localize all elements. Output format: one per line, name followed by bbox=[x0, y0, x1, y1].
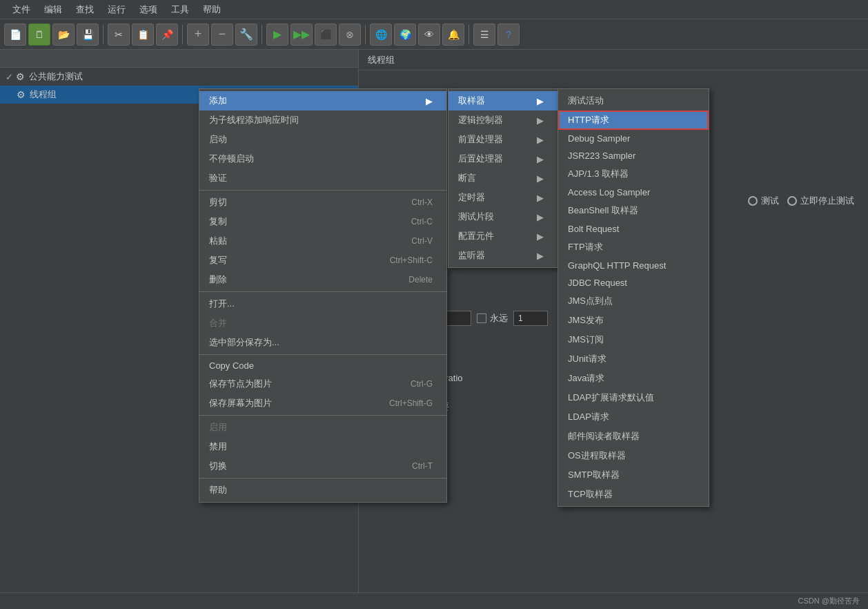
ctx-tcp-sampler[interactable]: TCP取样器 bbox=[558, 485, 709, 504]
menu-tools[interactable]: 工具 bbox=[164, 1, 196, 19]
ctx-jms-point[interactable]: JMS点到点 bbox=[558, 291, 709, 311]
ctx-test-fragment[interactable]: 测试片段 ▶ bbox=[448, 207, 558, 226]
tb-paste[interactable]: 📌 bbox=[156, 23, 178, 46]
ctx-add[interactable]: 添加 ▶ bbox=[199, 91, 446, 110]
tb-start-nopause[interactable]: ▶▶ bbox=[290, 23, 313, 46]
ctx-add-label: 添加 bbox=[209, 95, 227, 107]
menu-find[interactable]: 查找 bbox=[69, 1, 101, 19]
ctx-paste[interactable]: 粘贴 Ctrl-V bbox=[199, 231, 446, 251]
ctx-ldap-ext-request-label: LDAP扩展请求默认值 bbox=[568, 392, 654, 404]
tb-clear-all[interactable]: 🔔 bbox=[442, 23, 464, 46]
ctx-http-request[interactable]: HTTP请求 bbox=[558, 110, 709, 130]
ctx-assertion[interactable]: 断言 ▶ bbox=[448, 168, 558, 188]
ctx-copy[interactable]: 复制 Ctrl-C bbox=[199, 212, 446, 231]
stop-radio[interactable] bbox=[787, 196, 797, 206]
ctx-copy-label: 复制 bbox=[209, 215, 227, 228]
tb-save[interactable]: 💾 bbox=[77, 23, 99, 46]
ctx-save-node-img[interactable]: 保存节点为图片 Ctrl-G bbox=[199, 374, 446, 394]
ctx-access-log-sampler[interactable]: Access Log Sampler bbox=[558, 184, 709, 201]
ctx-add-response-time[interactable]: 为子线程添加响应时间 bbox=[199, 110, 446, 130]
ctx-cut[interactable]: 剪切 Ctrl-X bbox=[199, 193, 446, 212]
ctx-save-selection[interactable]: 选中部分保存为... bbox=[199, 333, 446, 352]
test-radio[interactable] bbox=[748, 196, 758, 206]
ctx-junit-request[interactable]: JUnit请求 bbox=[558, 349, 709, 369]
ctx-duplicate[interactable]: 复写 Ctrl+Shift-C bbox=[199, 251, 446, 270]
ctx-start-label: 启动 bbox=[209, 133, 227, 146]
ctx-pre-processor[interactable]: 前置处理器 ▶ bbox=[448, 130, 558, 149]
ctx-start[interactable]: 启动 bbox=[199, 130, 446, 149]
forever-checkbox[interactable] bbox=[477, 313, 486, 323]
ctx-toggle[interactable]: 切换 Ctrl-T bbox=[199, 456, 446, 476]
tb-shutdown[interactable]: ⊗ bbox=[339, 23, 361, 46]
ctx-ftp-request-label: FTP请求 bbox=[568, 241, 603, 253]
tb-add[interactable]: + bbox=[187, 23, 209, 46]
ctx-config-element[interactable]: 配置元件 ▶ bbox=[448, 226, 558, 246]
menu-run[interactable]: 运行 bbox=[101, 1, 132, 19]
tb-start[interactable]: ▶ bbox=[266, 23, 288, 46]
content-header: 线程组 bbox=[359, 50, 868, 70]
ctx-help[interactable]: 帮助 bbox=[199, 481, 446, 500]
ctx-open[interactable]: 打开... bbox=[199, 294, 446, 313]
tb-stop[interactable]: ⬛ bbox=[315, 23, 337, 46]
ctx-os-process[interactable]: OS进程取样器 bbox=[558, 446, 709, 465]
tb-remote-start[interactable]: 🌐 bbox=[370, 23, 392, 46]
ctx-test-action-label: 测试活动 bbox=[568, 95, 604, 107]
status-bar: CSDN @勤径苦舟 bbox=[0, 592, 868, 609]
ctx-junit-request-label: JUnit请求 bbox=[568, 353, 606, 365]
ctx-logic-controller[interactable]: 逻辑控制器 ▶ bbox=[448, 110, 558, 130]
ctx-debug-sampler[interactable]: Debug Sampler bbox=[558, 130, 709, 147]
tb-copy[interactable]: 📋 bbox=[132, 23, 154, 46]
ctx-timer[interactable]: 定时器 ▶ bbox=[448, 188, 558, 207]
ctx-smtp-sampler[interactable]: SMTP取样器 bbox=[558, 465, 709, 485]
menu-help[interactable]: 帮助 bbox=[196, 1, 228, 19]
ctx-java-request[interactable]: Java请求 bbox=[558, 369, 709, 388]
ctx-bolt-request[interactable]: Bolt Request bbox=[558, 220, 709, 238]
tb-templates[interactable]: 🗒 bbox=[28, 23, 50, 46]
ctx-start-nopauses[interactable]: 不停顿启动 bbox=[199, 149, 446, 168]
tb-function-helper[interactable]: ☰ bbox=[473, 23, 495, 46]
ctx-duplicate-shortcut: Ctrl+Shift-C bbox=[390, 255, 433, 265]
ctx-validate[interactable]: 验证 bbox=[199, 168, 446, 188]
ctx-ldap-request[interactable]: LDAP请求 bbox=[558, 407, 709, 427]
ctx-ldap-ext-request[interactable]: LDAP扩展请求默认值 bbox=[558, 388, 709, 407]
menu-edit[interactable]: 编辑 bbox=[37, 1, 69, 19]
ctx-sampler[interactable]: 取样器 ▶ bbox=[448, 91, 558, 110]
ctx-delete[interactable]: 删除 Delete bbox=[199, 270, 446, 289]
tb-clear[interactable]: 🔧 bbox=[235, 23, 257, 46]
ctx-mail-reader[interactable]: 邮件阅读者取样器 bbox=[558, 427, 709, 446]
tb-remove[interactable]: − bbox=[211, 23, 233, 46]
ctx-mail-reader-label: 邮件阅读者取样器 bbox=[568, 430, 640, 443]
ctx-jsr223-sampler[interactable]: JSR223 Sampler bbox=[558, 147, 709, 164]
ctx-post-processor[interactable]: 后置处理器 ▶ bbox=[448, 149, 558, 168]
ctx-jms-subscribe[interactable]: JMS订阅 bbox=[558, 330, 709, 349]
ctx-save-screen-img[interactable]: 保存屏幕为图片 Ctrl+Shift-G bbox=[199, 394, 446, 413]
ctx-paste-shortcut: Ctrl-V bbox=[411, 236, 433, 246]
ctx-copy-code[interactable]: Copy Code bbox=[199, 357, 446, 374]
ctx-jms-publish-label: JMS发布 bbox=[568, 314, 604, 327]
menu-options[interactable]: 选项 bbox=[132, 1, 164, 19]
ctx-disable[interactable]: 禁用 bbox=[199, 437, 446, 456]
menu-file[interactable]: 文件 bbox=[6, 1, 37, 19]
tree-root[interactable]: ✓ ⚙ 公共能力测试 bbox=[0, 68, 358, 86]
ctx-test-action[interactable]: 测试活动 bbox=[558, 91, 709, 110]
ctx-test-fragment-label: 测试片段 bbox=[458, 211, 494, 223]
forever-value-input[interactable] bbox=[513, 311, 548, 326]
ctx-jdbc-request[interactable]: JDBC Request bbox=[558, 274, 709, 291]
tb-remote-shutdown[interactable]: 👁 bbox=[418, 23, 440, 46]
ctx-jms-publish[interactable]: JMS发布 bbox=[558, 311, 709, 330]
ctx-beanshell-sampler[interactable]: BeanShell 取样器 bbox=[558, 201, 709, 220]
tb-remote-stop[interactable]: 🌍 bbox=[394, 23, 416, 46]
ctx-paste-label: 粘贴 bbox=[209, 235, 227, 247]
ctx-ftp-request[interactable]: FTP请求 bbox=[558, 238, 709, 257]
tb-help[interactable]: ? bbox=[497, 23, 520, 46]
tb-cut[interactable]: ✂ bbox=[108, 23, 130, 46]
toolbar-sep4 bbox=[365, 25, 366, 44]
ctx-listener[interactable]: 监听器 ▶ bbox=[448, 246, 558, 265]
tb-open[interactable]: 📂 bbox=[52, 23, 75, 46]
ctx-ajp-sampler[interactable]: AJP/1.3 取样器 bbox=[558, 164, 709, 184]
ctx-graphql-request[interactable]: GraphQL HTTP Request bbox=[558, 257, 709, 274]
ctx-beanshell-sampler-label: BeanShell 取样器 bbox=[568, 204, 638, 217]
tb-new[interactable]: 📄 bbox=[4, 23, 26, 46]
ctx-access-log-sampler-label: Access Log Sampler bbox=[568, 187, 650, 197]
status-text: CSDN @勤径苦舟 bbox=[798, 596, 860, 606]
